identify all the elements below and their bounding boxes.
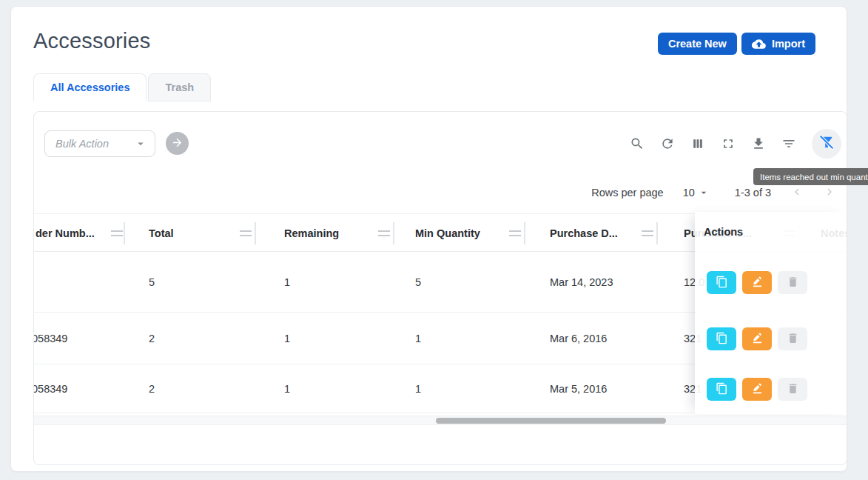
column-drag-handle[interactable] [509,230,521,236]
cell-order-number: 058349 [33,364,67,413]
fullscreen-icon[interactable] [721,136,736,151]
delete-button[interactable] [778,378,807,401]
bulk-action-go-button[interactable] [166,132,189,155]
cell-order-number: 058349 [33,313,67,364]
row-actions [707,378,807,401]
row-actions [707,271,807,294]
table-panel: Bulk Action [33,111,847,465]
column-separator [124,222,125,244]
edit-pencil-icon [751,276,764,290]
column-header-actions: Actions [704,212,743,252]
delete-button[interactable] [778,271,807,294]
cell-purchase-date: Mar 5, 2016 [550,364,607,413]
bulk-action-placeholder: Bulk Action [55,138,109,150]
column-separator [656,222,658,244]
chevron-right-icon [823,185,836,201]
search-icon[interactable] [630,136,645,151]
cell-total: 5 [149,252,155,312]
cloud-upload-icon [752,37,766,51]
edit-button[interactable] [742,378,772,401]
edit-button[interactable] [742,327,772,350]
column-drag-handle[interactable] [378,230,390,236]
row-actions [707,327,807,350]
cell-min-quantity: 1 [415,313,421,364]
copy-icon [716,276,728,290]
horizontal-scrollbar-thumb[interactable] [436,418,666,424]
accessories-card: Accessories Create New Import All Access… [10,6,847,472]
column-separator [393,222,394,244]
cell-remaining: 1 [284,364,290,413]
cell-remaining: 1 [284,313,290,364]
tab-all-accessories-label: All Accessories [50,81,129,93]
cell-purchase-date: Mar 14, 2023 [550,252,613,312]
actions-sticky-column: Actions [695,212,847,414]
column-drag-handle[interactable] [111,230,123,236]
import-label: Import [772,38,805,50]
rows-per-page-select[interactable]: 10 [683,187,710,199]
column-drag-handle[interactable] [240,230,252,236]
column-separator [255,222,256,244]
horizontal-scrollbar-track[interactable] [34,416,847,425]
cell-remaining: 1 [284,252,290,312]
column-separator [524,222,525,244]
create-new-button[interactable]: Create New [658,33,737,55]
trash-icon [787,382,799,397]
cell-total: 2 [149,313,155,364]
table-toolbar-icons [630,129,841,159]
copy-button[interactable] [707,378,736,401]
pagination-range: 1-3 of 3 [735,187,771,199]
delete-button[interactable] [778,327,807,350]
chevron-down-icon [134,137,147,150]
page-title: Accessories [33,29,151,53]
cell-min-quantity: 5 [415,252,421,312]
pagination-bar: Rows per page 10 1-3 of 3 [591,182,836,203]
edit-pencil-icon [751,382,764,397]
edit-button[interactable] [742,271,772,294]
download-icon[interactable] [751,136,766,151]
column-header-order-number[interactable]: der Numb... [36,214,95,253]
chevron-down-icon [695,187,710,199]
columns-icon[interactable] [690,136,705,151]
edit-pencil-icon [751,332,764,347]
import-button[interactable]: Import [741,33,815,55]
cell-min-quantity: 1 [415,364,421,413]
trash-icon [787,276,799,290]
tab-all-accessories[interactable]: All Accessories [33,73,147,101]
filter-off-button[interactable] [812,129,841,159]
page-background: { "page_title": "Accessories", "actions_… [0,0,868,480]
copy-icon [716,332,728,347]
column-header-min-quantity[interactable]: Min Quantity [415,214,480,253]
copy-button[interactable] [707,271,736,294]
filter-off-icon [818,134,835,153]
refresh-icon[interactable] [660,136,675,151]
tab-trash[interactable]: Trash [148,73,211,101]
filter-tooltip: Items reached out min quantity [753,168,868,185]
copy-icon [716,382,728,397]
column-header-purchase-date[interactable]: Purchase D... [550,214,618,253]
tab-bar: All Accessories Trash [33,73,211,101]
tab-trash-label: Trash [165,81,194,93]
column-header-remaining[interactable]: Remaining [284,214,339,253]
chevron-left-icon [790,185,804,201]
rows-per-page-label: Rows per page [591,187,664,199]
cell-total: 2 [149,364,155,413]
header-action-buttons: Create New Import [658,33,815,55]
cell-purchase-date: Mar 6, 2016 [550,313,607,364]
rows-per-page-value: 10 [683,187,695,199]
arrow-right-icon [171,136,184,151]
copy-button[interactable] [707,327,736,350]
bulk-action-select[interactable]: Bulk Action [44,130,155,157]
previous-page-button[interactable] [790,185,804,201]
column-header-total[interactable]: Total [149,214,174,253]
next-page-button[interactable] [823,185,836,201]
trash-icon [787,332,799,347]
filter-icon[interactable] [781,136,796,151]
create-new-label: Create New [668,38,727,50]
column-drag-handle[interactable] [642,230,653,236]
